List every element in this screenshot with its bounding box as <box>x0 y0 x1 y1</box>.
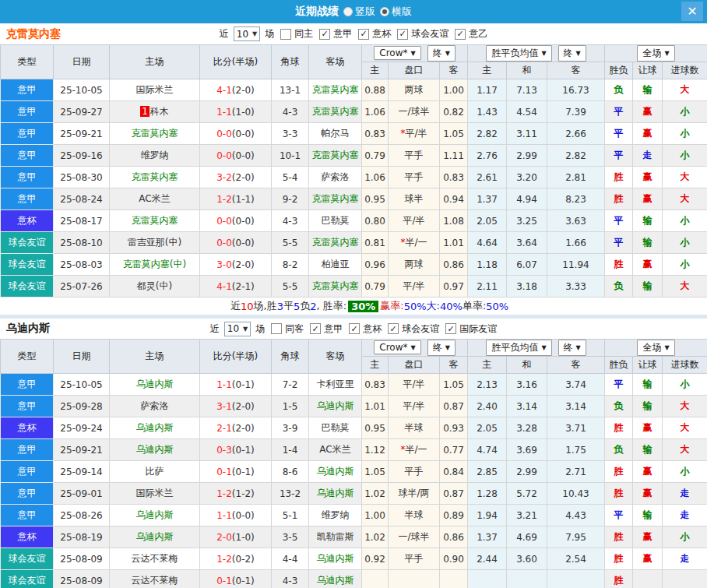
corners: 8-2 <box>272 254 309 276</box>
goals-result-cell: 小 <box>663 123 707 145</box>
avg-final-dropdown[interactable]: 终 ▼ <box>558 45 586 62</box>
table-row: 意甲 25-09-01 国际米兰 1-2(1-2) 13-2 乌迪内斯 1.02… <box>1 483 707 505</box>
goals-result-cell: 大 <box>663 188 707 210</box>
result-text: 平 <box>614 150 624 160</box>
result-text: 输 <box>643 444 652 455</box>
odds-away: 1.05 <box>440 123 468 145</box>
odds-away: 1.08 <box>440 210 468 232</box>
score: 0-1(0-1) <box>200 570 272 588</box>
goals-result-cell: 走 <box>663 505 707 526</box>
result-text: 赢 <box>643 553 652 564</box>
away-team: 乌迪内斯 <box>309 483 362 505</box>
league-checkbox-0[interactable]: ✓ <box>319 29 330 40</box>
home-team: 萨索洛 <box>110 396 200 417</box>
result-text: 平 <box>614 379 624 389</box>
league-checkbox-1-label[interactable]: 意杯 <box>363 322 382 336</box>
table-row: 意甲 25-09-21 乌迪内斯 0-3(0-1) 1-4 AC米兰 1.12 … <box>1 439 707 461</box>
goals-result-cell: 大 <box>663 417 707 439</box>
odds-home: 1.00 <box>362 505 389 526</box>
league-badge: 意杯 <box>1 210 54 232</box>
handicap-result-cell: 赢 <box>633 123 663 145</box>
league-checkbox-3-label[interactable]: 意乙 <box>469 27 487 40</box>
summary-segment: 5 <box>294 301 300 312</box>
results-table: 类型 日期 主场 比分(半场) 角球 客场 Crow* ▼终 ▼ 胜平负均值 ▼… <box>0 339 707 588</box>
match-count-select[interactable]: 10▼ <box>234 26 260 41</box>
goals-result-cell: 小 <box>663 254 707 276</box>
match-date: 25-10-05 <box>54 79 110 101</box>
goals-result-cell: 大 <box>663 439 707 461</box>
league-checkbox-3[interactable]: ✓ <box>445 323 456 334</box>
away-team: 帕尔马 <box>309 123 362 145</box>
league-checkbox-2[interactable]: ✓ <box>388 323 399 334</box>
results-table: 类型 日期 主场 比分(半场) 角球 客场 Crow* ▼终 ▼ 胜平负均值 ▼… <box>0 44 707 298</box>
goals-result-cell <box>663 570 707 588</box>
handicap: *平/半 <box>389 123 440 145</box>
league-checkbox-3-label[interactable]: 国际友谊 <box>459 322 497 336</box>
avg-final-dropdown[interactable]: 终 ▼ <box>558 340 586 356</box>
match-scope-dropdown[interactable]: 全场 ▼ <box>637 45 674 62</box>
away-team: 乌迪内斯 <box>309 548 362 570</box>
away-team: 巴勒莫 <box>309 210 362 232</box>
caret-down-icon: ▼ <box>252 30 257 37</box>
odds-home: 0.80 <box>362 210 389 232</box>
avg-home: 1.18 <box>468 254 507 276</box>
layout-vertical-option[interactable]: 竖版 <box>343 5 375 19</box>
avg-odds-dropdown[interactable]: 胜平负均值 ▼ <box>486 340 551 356</box>
league-checkbox-3[interactable]: ✓ <box>455 29 466 40</box>
handicap-result-cell: 输 <box>633 210 663 232</box>
result-text: 输 <box>643 237 652 248</box>
radio-unselected-icon[interactable] <box>343 7 353 16</box>
avg-draw: 5.72 <box>507 483 547 505</box>
avg-home: 2.05 <box>468 210 507 232</box>
match-count-select[interactable]: 10▼ <box>224 322 251 336</box>
team-section: 乌迪内斯 近 10▼ 场 同客 ✓意甲✓意杯✓球会友谊✓国际友谊 类型 日期 主… <box>0 319 707 588</box>
layout-horizontal-option[interactable]: 横版 <box>380 5 412 19</box>
league-checkbox-2-label[interactable]: 球会友谊 <box>402 322 439 336</box>
avg-away: 1.75 <box>547 439 605 461</box>
league-checkbox-2[interactable]: ✓ <box>397 29 408 40</box>
final-odds-dropdown[interactable]: 终 ▼ <box>427 340 456 356</box>
score: 0-0(0-0) <box>200 210 272 232</box>
result-text: 胜 <box>614 553 624 564</box>
asterisk-marker: * <box>400 128 405 139</box>
odds-source-dropdown[interactable]: Crow* ▼ <box>374 46 420 60</box>
match-scope-dropdown[interactable]: 全场 ▼ <box>637 340 674 356</box>
avg-home: 1.37 <box>468 188 507 210</box>
match-date: 25-08-03 <box>54 254 110 276</box>
odds-source-dropdown[interactable]: Crow* ▼ <box>374 340 420 354</box>
same-venue-checkbox[interactable] <box>271 323 282 334</box>
score: 1-1(0-0) <box>200 505 272 526</box>
same-venue-checkbox-label[interactable]: 同主 <box>294 27 313 40</box>
subcol-avg-away: 客 <box>547 357 605 374</box>
league-checkbox-1-label[interactable]: 意杯 <box>372 27 391 40</box>
same-venue-checkbox[interactable] <box>280 29 291 40</box>
league-checkbox-1[interactable]: ✓ <box>358 29 369 40</box>
handicap-result-cell: 输 <box>633 232 663 254</box>
radio-selected-icon[interactable] <box>380 7 389 16</box>
league-checkbox-2-label[interactable]: 球会友谊 <box>411 27 448 40</box>
league-checkbox-0[interactable]: ✓ <box>310 323 321 334</box>
result-text: 小 <box>681 150 690 160</box>
filter-row: 乌迪内斯 近 10▼ 场 同客 ✓意甲✓意杯✓球会友谊✓国际友谊 <box>0 319 707 339</box>
league-checkbox-0-label[interactable]: 意甲 <box>333 27 352 40</box>
col-home: 主场 <box>110 45 200 79</box>
same-venue-checkbox-label[interactable]: 同客 <box>285 322 304 336</box>
league-checkbox-0-label[interactable]: 意甲 <box>324 322 343 336</box>
away-team: AC米兰 <box>309 439 362 461</box>
goals-result-cell: 小 <box>663 101 707 123</box>
league-checkbox-1[interactable]: ✓ <box>349 323 360 334</box>
corners: 5-4 <box>272 167 309 188</box>
team-name: 克雷莫内塞 <box>6 27 61 41</box>
match-date: 25-09-27 <box>54 101 110 123</box>
avg-odds-dropdown[interactable]: 胜平负均值 ▼ <box>486 45 551 62</box>
avg-draw: 2.99 <box>507 461 547 483</box>
avg-draw: 4.54 <box>507 101 547 123</box>
final-odds-dropdown[interactable]: 终 ▼ <box>427 45 456 62</box>
scope-group-header: 全场 ▼ <box>605 45 707 62</box>
table-row: 球会友谊 25-08-09 云达不莱梅 1-2(0-2) 4-4 乌迪内斯 0.… <box>1 548 707 570</box>
vertical-label: 竖版 <box>355 5 375 19</box>
result-cell: 胜 <box>605 254 633 276</box>
col-score: 比分(半场) <box>200 45 272 79</box>
subcol-result: 胜负 <box>605 357 633 374</box>
close-button[interactable]: ✕ <box>681 2 703 21</box>
